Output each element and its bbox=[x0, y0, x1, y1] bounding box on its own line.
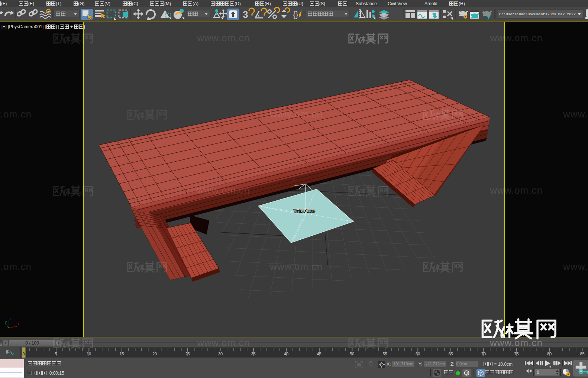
svg-text:y: y bbox=[5, 320, 7, 324]
svg-text:{}: {} bbox=[293, 10, 298, 19]
svg-text:VRayPlane: VRayPlane bbox=[294, 209, 315, 213]
svg-text:0: 0 bbox=[537, 370, 539, 375]
svg-text:3: 3 bbox=[243, 9, 248, 20]
svg-text:0: 0 bbox=[466, 371, 468, 375]
svg-text:x: x bbox=[17, 322, 19, 326]
svg-text:z: z bbox=[10, 317, 12, 321]
svg-text:C:\Users\Han\Documents\3ds Max: C:\Users\Han\Documents\3ds Max 2022 bbox=[499, 12, 576, 16]
